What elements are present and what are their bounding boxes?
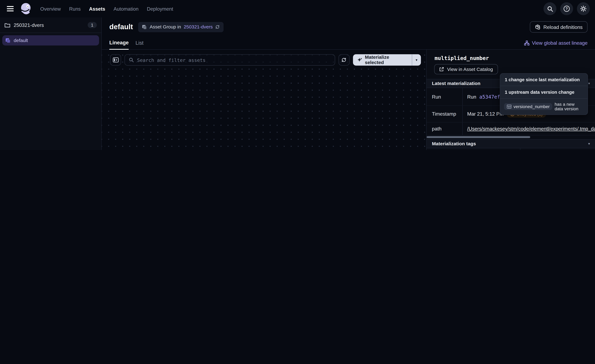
reload-cube-icon xyxy=(535,24,540,30)
help-icon[interactable]: ? xyxy=(560,2,573,15)
sidebar-group-count: 1 xyxy=(88,22,97,28)
page-title: default xyxy=(109,23,133,31)
popover-subtitle: 1 upstream data version change xyxy=(500,86,588,98)
horizontal-scrollbar xyxy=(427,135,595,139)
nav-item-deployment[interactable]: Deployment xyxy=(147,6,173,12)
row-value: /Users/smackesey/stm/code/elementl/exper… xyxy=(462,122,595,135)
run-id-link[interactable]: a5347ef7 xyxy=(479,94,503,99)
nav-actions: ? xyxy=(544,2,590,15)
materialization-path-link[interactable]: /Users/smackesey/stm/code/elementl/exper… xyxy=(467,126,595,132)
asset-group-icon xyxy=(5,38,11,43)
main-content: default Asset Group in 250321-dvers Relo… xyxy=(102,17,595,150)
refresh-icon[interactable] xyxy=(215,25,220,29)
sidebar-group-row[interactable]: 250321-dvers 1 xyxy=(0,17,101,33)
run-prefix: Run xyxy=(467,94,476,99)
asset-chip-label: versioned_number xyxy=(514,104,550,109)
tab-lineage[interactable]: Lineage xyxy=(109,40,129,50)
view-in-asset-catalog-button[interactable]: View in Asset Catalog xyxy=(434,64,498,74)
section-title: Materialization tags xyxy=(432,141,476,146)
dagster-logo-icon[interactable] xyxy=(19,2,33,15)
row-key: Run xyxy=(427,94,462,99)
reload-definitions-label: Reload definitions xyxy=(543,24,583,30)
view-global-asset-lineage-link[interactable]: View global asset lineage xyxy=(524,40,588,46)
scrollbar-thumb[interactable] xyxy=(427,136,530,138)
view-global-asset-lineage-label: View global asset lineage xyxy=(532,40,588,46)
chevron-down-icon[interactable]: ▼ xyxy=(588,142,590,146)
reload-definitions-button[interactable]: Reload definitions xyxy=(530,21,588,33)
svg-text:?: ? xyxy=(566,7,568,11)
sidebar-group-label: 250321-dvers xyxy=(14,22,44,28)
table-icon xyxy=(507,104,512,109)
sidebar-item-label: default xyxy=(14,38,28,43)
tabs-bar: Lineage List View global asset lineage xyxy=(102,36,595,50)
materialize-selected-button[interactable]: Materialize selected ▼ xyxy=(353,54,421,66)
panel-asset-title: multiplied_number xyxy=(427,50,595,63)
materialize-selected-label: Materialize selected xyxy=(365,55,408,65)
folder-icon xyxy=(5,22,10,28)
section-header-materialization-tags[interactable]: Materialization tags ▼ xyxy=(427,139,595,148)
view-in-asset-catalog-label: View in Asset Catalog xyxy=(447,67,493,72)
asset-search-box xyxy=(124,54,335,66)
timestamp-value: Mar 21, 5:12 PM xyxy=(467,111,504,117)
menu-icon[interactable] xyxy=(5,4,15,14)
asset-group-icon xyxy=(142,25,147,29)
nav-item-overview[interactable]: Overview xyxy=(40,6,61,12)
sidebar-item-default[interactable]: default xyxy=(2,35,99,46)
graph-toolbar: Materialize selected ▼ xyxy=(110,54,421,66)
sidebar-spacer xyxy=(0,45,101,150)
materialization-tags-section: Materialization tags ▼ code_version v1 d… xyxy=(427,139,595,150)
popover-change-text: has a new data version xyxy=(555,102,584,111)
tab-list[interactable]: List xyxy=(135,40,143,49)
nav-item-runs[interactable]: Runs xyxy=(69,6,81,12)
search-icon[interactable] xyxy=(544,2,557,15)
row-key: path xyxy=(427,126,462,132)
row-key: Timestamp xyxy=(427,111,462,117)
asset-chip[interactable]: versioned_number xyxy=(504,103,552,110)
lineage-graph-pane[interactable]: Materialize selected ▼ Unsynced (1) xyxy=(102,50,427,150)
page-header: default Asset Group in 250321-dvers Relo… xyxy=(102,17,595,36)
badge-prefix: Asset Group in xyxy=(150,24,181,29)
top-nav: Overview Runs Assets Automation Deployme… xyxy=(0,0,595,17)
sparkle-icon xyxy=(357,57,362,63)
nav-item-assets[interactable]: Assets xyxy=(89,6,105,12)
badge-group-link[interactable]: 250321-dvers xyxy=(184,24,213,29)
tag-value: v1 xyxy=(520,148,595,150)
materialize-dropdown-caret-icon[interactable]: ▼ xyxy=(412,54,421,66)
app: Overview Runs Assets Automation Deployme… xyxy=(0,0,595,150)
lineage-graph-icon xyxy=(524,41,529,45)
popover-title: 1 change since last materialization xyxy=(500,74,588,86)
settings-gear-icon[interactable] xyxy=(577,2,590,15)
table-row: code_version v1 xyxy=(427,148,595,150)
external-link-icon xyxy=(439,67,444,72)
table-row: path /Users/smackesey/stm/code/elementl/… xyxy=(427,122,595,135)
main-nav: Overview Runs Assets Automation Deployme… xyxy=(40,6,173,12)
search-icon xyxy=(129,57,134,63)
collapse-panel-icon[interactable] xyxy=(110,54,121,66)
changes-popover: 1 change since last materialization 1 up… xyxy=(500,73,588,115)
popover-change-row: versioned_number has a new data version xyxy=(500,98,588,114)
asset-group-badge[interactable]: Asset Group in 250321-dvers xyxy=(138,22,224,32)
nav-item-automation[interactable]: Automation xyxy=(113,6,139,12)
section-title: Latest materialization xyxy=(432,81,480,86)
work-area: Materialize selected ▼ Unsynced (1) xyxy=(102,50,595,150)
refresh-graph-icon[interactable] xyxy=(339,54,349,66)
asset-search-input[interactable] xyxy=(137,57,331,63)
sidebar: 250321-dvers 1 default 250321-dvers xyxy=(0,17,102,150)
chevron-down-icon[interactable]: ▼ xyxy=(588,82,590,85)
